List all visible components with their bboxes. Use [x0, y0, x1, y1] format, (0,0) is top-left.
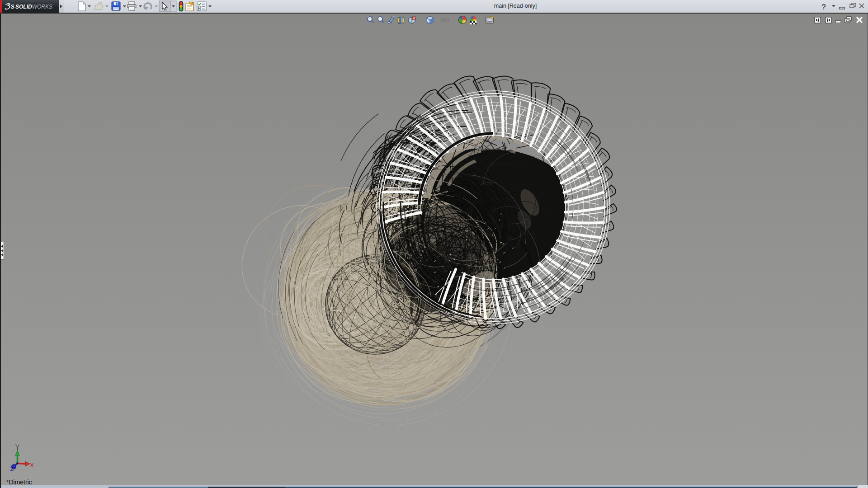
- svg-text:S: S: [11, 4, 15, 10]
- svg-text:SOLIDWORKS: SOLIDWORKS: [15, 4, 52, 10]
- svg-text:?: ?: [821, 3, 826, 11]
